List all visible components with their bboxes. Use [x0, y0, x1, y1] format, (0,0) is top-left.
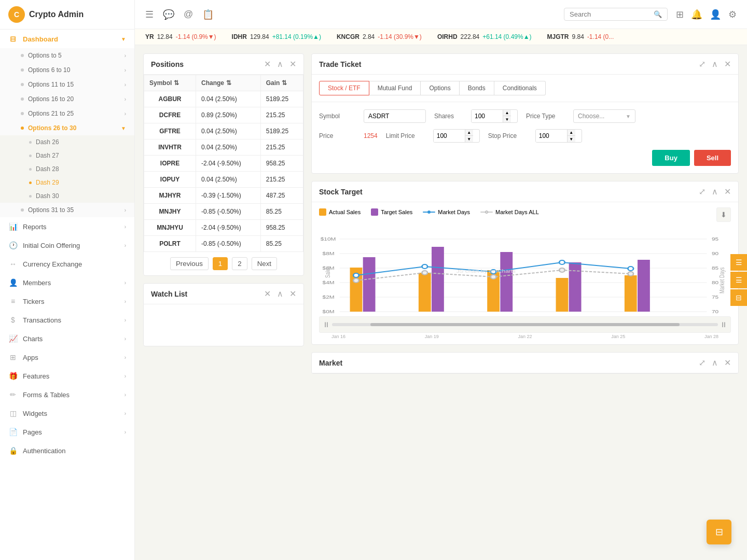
shares-down-btn[interactable]: ▼	[503, 116, 511, 122]
stop-down-btn[interactable]: ▼	[567, 136, 575, 142]
legend-market-days: Market Days	[423, 208, 470, 216]
search-box[interactable]: 🔍	[564, 8, 668, 21]
stop-price-input-wrap[interactable]: ▲ ▼	[535, 129, 582, 143]
sidebar-item-tickers[interactable]: ≡ Tickers ›	[0, 292, 134, 311]
sub2-dash26[interactable]: Dash 26	[0, 135, 134, 149]
chat-icon[interactable]: 💬	[163, 9, 174, 20]
sidebar-item-widgets[interactable]: ◫ Widgets ›	[0, 404, 134, 423]
sidebar-item-reports[interactable]: 📊 Reports ›	[0, 217, 134, 236]
shares-up-btn[interactable]: ▲	[503, 110, 511, 116]
bell-icon[interactable]: 🔔	[691, 9, 702, 20]
sell-button[interactable]: Sell	[694, 150, 731, 166]
shares-input[interactable]	[472, 110, 503, 122]
sort-icon-2[interactable]: ⇅	[226, 79, 231, 87]
sidebar-item-pages[interactable]: 📄 Pages ›	[0, 423, 134, 441]
submenu-opt4[interactable]: Options 16 to 20 ›	[0, 92, 134, 106]
mention-icon[interactable]: @	[184, 9, 193, 20]
tab-options[interactable]: Options	[421, 81, 459, 95]
tt-expand-icon[interactable]: ⤢	[699, 59, 706, 69]
edge-btn-3[interactable]: ⊟	[730, 289, 747, 306]
sub2-dash30[interactable]: Dash 30	[0, 189, 134, 203]
sidebar-item-transactions[interactable]: $ Transactions ›	[0, 311, 134, 329]
sidebar-item-features[interactable]: 🎁 Features ›	[0, 367, 134, 385]
logo-icon: C	[8, 6, 25, 23]
watchlist-collapse-icon[interactable]: ∧	[277, 289, 283, 299]
watchlist-minimize-icon[interactable]: ✕	[264, 289, 271, 299]
edge-btn-2[interactable]: ☰	[730, 272, 747, 288]
submenu-opt7[interactable]: Options 31 to 35 ›	[0, 203, 134, 217]
prev-page-btn[interactable]: Previous	[170, 257, 209, 270]
page-2-btn[interactable]: 2	[232, 257, 247, 270]
fab-button[interactable]: ⊟	[707, 520, 731, 544]
price-type-select[interactable]: Choose... ▼	[573, 109, 635, 123]
market-expand-icon[interactable]: ⤢	[699, 358, 706, 368]
logo-text: Crypto Admin	[29, 10, 84, 19]
tick-yr: YR 12.84 -1.14 (0.9%▼)	[145, 33, 216, 40]
watchlist-close-icon[interactable]: ✕	[289, 289, 296, 299]
symbol-field[interactable]	[364, 109, 426, 123]
sidebar-item-members[interactable]: 👤 Members ›	[0, 273, 134, 292]
market-close-icon[interactable]: ✕	[724, 358, 731, 368]
price-type-value: Choose...	[578, 113, 622, 120]
chart-scroll-left[interactable]: ⏸	[323, 320, 330, 329]
price-row: Price 1254 Limit Price ▲ ▼ Stop Price	[319, 129, 731, 143]
limit-price-input[interactable]	[434, 130, 465, 142]
tab-stock-etf[interactable]: Stock / ETF	[319, 81, 369, 95]
edge-btn-1[interactable]: ☰	[730, 254, 747, 271]
price-label: Price	[319, 132, 355, 139]
sidebar-item-currency[interactable]: ↔ Currency Exchange	[0, 255, 134, 273]
sort-icon-3[interactable]: ⇅	[282, 79, 287, 87]
submenu-opt6[interactable]: Options 26 to 30 ▼	[0, 121, 134, 135]
next-page-btn[interactable]: Next	[252, 257, 277, 270]
limit-down-btn[interactable]: ▼	[465, 136, 473, 142]
position-change: -0.39 (-1.50%)	[196, 188, 261, 204]
st-close-icon[interactable]: ✕	[724, 187, 731, 197]
tt-collapse-icon[interactable]: ∧	[712, 59, 718, 69]
limit-up-btn[interactable]: ▲	[465, 130, 473, 136]
tab-conditionals[interactable]: Conditionals	[494, 81, 546, 95]
user-icon[interactable]: 👤	[710, 9, 721, 20]
sort-icon[interactable]: ⇅	[174, 79, 179, 87]
chart-scroll-right[interactable]: ⏸	[720, 320, 727, 329]
sidebar-item-ico[interactable]: 🕐 Initial Coin Offering ›	[0, 236, 134, 255]
shares-input-wrap[interactable]: ▲ ▼	[471, 109, 518, 123]
limit-price-input-wrap[interactable]: ▲ ▼	[433, 129, 480, 143]
fullscreen-icon[interactable]: ⊞	[676, 9, 684, 20]
svg-rect-19	[363, 257, 376, 312]
positions-widget: Positions ✕ ∧ ✕ Symbol ⇅ Change ⇅ Gain ⇅	[143, 53, 304, 276]
submenu-opt1[interactable]: Options to 5 ›	[0, 48, 134, 63]
sidebar-item-charts[interactable]: 📈 Charts ›	[0, 329, 134, 348]
tab-mutual-fund[interactable]: Mutual Fund	[369, 81, 421, 95]
sidebar-item-apps[interactable]: ⊞ Apps ›	[0, 348, 134, 367]
svg-text:$10M: $10M	[321, 236, 336, 241]
stop-price-input[interactable]	[536, 130, 567, 142]
position-symbol: MNJHY	[144, 204, 196, 220]
sidebar-item-forms[interactable]: ✏ Forms & Tables ›	[0, 385, 134, 404]
positions-collapse-icon[interactable]: ∧	[277, 59, 283, 69]
search-input[interactable]	[570, 10, 651, 18]
sub2-dash29[interactable]: Dash 29	[0, 176, 134, 189]
tt-close-icon[interactable]: ✕	[724, 59, 731, 69]
position-symbol: DCFRE	[144, 107, 196, 123]
sub2-dash28[interactable]: Dash 28	[0, 162, 134, 176]
st-expand-icon[interactable]: ⤢	[699, 187, 706, 197]
page-1-btn[interactable]: 1	[213, 257, 228, 270]
buy-button[interactable]: Buy	[652, 150, 690, 166]
svg-text:JS chart by amCharts: JS chart by amCharts	[457, 268, 516, 273]
submenu-opt5[interactable]: Options 21 to 25 ›	[0, 106, 134, 121]
stop-up-btn[interactable]: ▲	[567, 130, 575, 136]
market-collapse-icon[interactable]: ∧	[712, 358, 718, 368]
submenu-opt3[interactable]: Options 11 to 15 ›	[0, 77, 134, 92]
settings-icon[interactable]: ⚙	[728, 9, 737, 20]
st-collapse-icon[interactable]: ∧	[712, 187, 718, 197]
submenu-opt2[interactable]: Options 6 to 10 ›	[0, 63, 134, 77]
clipboard-icon[interactable]: 📋	[202, 9, 214, 20]
tab-bonds[interactable]: Bonds	[460, 81, 494, 95]
positions-minimize-icon[interactable]: ✕	[264, 59, 271, 69]
menu-icon[interactable]: ☰	[145, 9, 154, 20]
download-btn[interactable]: ⬇	[716, 207, 731, 222]
sidebar-item-dashboard[interactable]: ⊟ Dashboard ▼	[0, 30, 134, 48]
positions-close-icon[interactable]: ✕	[289, 59, 296, 69]
sidebar-item-auth[interactable]: 🔒 Authentication	[0, 441, 134, 460]
sub2-dash27[interactable]: Dash 27	[0, 149, 134, 162]
